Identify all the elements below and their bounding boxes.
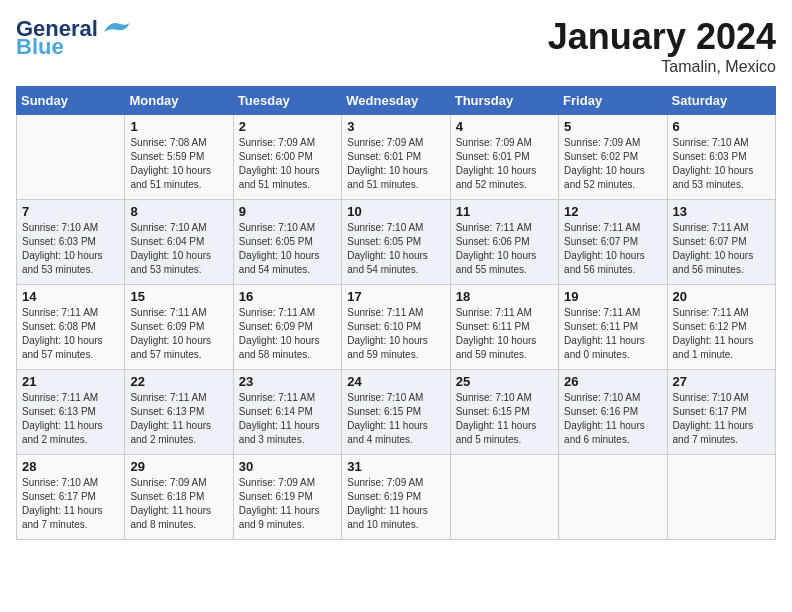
calendar-header-row: SundayMondayTuesdayWednesdayThursdayFrid…	[17, 87, 776, 115]
day-number: 19	[564, 289, 661, 304]
day-number: 23	[239, 374, 336, 389]
header-cell-wednesday: Wednesday	[342, 87, 450, 115]
day-number: 12	[564, 204, 661, 219]
day-info: Sunrise: 7:09 AM Sunset: 6:00 PM Dayligh…	[239, 136, 336, 192]
header-cell-thursday: Thursday	[450, 87, 558, 115]
day-info: Sunrise: 7:09 AM Sunset: 6:01 PM Dayligh…	[347, 136, 444, 192]
day-info: Sunrise: 7:11 AM Sunset: 6:13 PM Dayligh…	[22, 391, 119, 447]
day-info: Sunrise: 7:10 AM Sunset: 6:04 PM Dayligh…	[130, 221, 227, 277]
day-info: Sunrise: 7:10 AM Sunset: 6:03 PM Dayligh…	[673, 136, 770, 192]
calendar-cell: 29Sunrise: 7:09 AM Sunset: 6:18 PM Dayli…	[125, 455, 233, 540]
day-info: Sunrise: 7:11 AM Sunset: 6:07 PM Dayligh…	[564, 221, 661, 277]
day-number: 10	[347, 204, 444, 219]
calendar-week-row: 1Sunrise: 7:08 AM Sunset: 5:59 PM Daylig…	[17, 115, 776, 200]
header-cell-sunday: Sunday	[17, 87, 125, 115]
calendar-cell	[17, 115, 125, 200]
day-number: 2	[239, 119, 336, 134]
day-number: 22	[130, 374, 227, 389]
calendar-cell: 2Sunrise: 7:09 AM Sunset: 6:00 PM Daylig…	[233, 115, 341, 200]
calendar-week-row: 14Sunrise: 7:11 AM Sunset: 6:08 PM Dayli…	[17, 285, 776, 370]
logo: General Blue	[16, 16, 132, 60]
calendar-cell: 7Sunrise: 7:10 AM Sunset: 6:03 PM Daylig…	[17, 200, 125, 285]
day-info: Sunrise: 7:08 AM Sunset: 5:59 PM Dayligh…	[130, 136, 227, 192]
logo-bird-icon	[100, 18, 132, 40]
day-number: 9	[239, 204, 336, 219]
day-number: 3	[347, 119, 444, 134]
day-info: Sunrise: 7:11 AM Sunset: 6:09 PM Dayligh…	[130, 306, 227, 362]
calendar-cell: 17Sunrise: 7:11 AM Sunset: 6:10 PM Dayli…	[342, 285, 450, 370]
day-number: 17	[347, 289, 444, 304]
calendar-cell: 14Sunrise: 7:11 AM Sunset: 6:08 PM Dayli…	[17, 285, 125, 370]
calendar-week-row: 28Sunrise: 7:10 AM Sunset: 6:17 PM Dayli…	[17, 455, 776, 540]
header-cell-monday: Monday	[125, 87, 233, 115]
day-number: 18	[456, 289, 553, 304]
day-number: 21	[22, 374, 119, 389]
day-number: 4	[456, 119, 553, 134]
calendar-cell: 15Sunrise: 7:11 AM Sunset: 6:09 PM Dayli…	[125, 285, 233, 370]
calendar-cell: 11Sunrise: 7:11 AM Sunset: 6:06 PM Dayli…	[450, 200, 558, 285]
day-number: 15	[130, 289, 227, 304]
calendar-cell: 9Sunrise: 7:10 AM Sunset: 6:05 PM Daylig…	[233, 200, 341, 285]
title-area: January 2024 Tamalin, Mexico	[548, 16, 776, 76]
day-info: Sunrise: 7:11 AM Sunset: 6:09 PM Dayligh…	[239, 306, 336, 362]
calendar-cell: 19Sunrise: 7:11 AM Sunset: 6:11 PM Dayli…	[559, 285, 667, 370]
calendar-cell: 18Sunrise: 7:11 AM Sunset: 6:11 PM Dayli…	[450, 285, 558, 370]
day-info: Sunrise: 7:10 AM Sunset: 6:15 PM Dayligh…	[456, 391, 553, 447]
calendar-cell: 21Sunrise: 7:11 AM Sunset: 6:13 PM Dayli…	[17, 370, 125, 455]
calendar-week-row: 7Sunrise: 7:10 AM Sunset: 6:03 PM Daylig…	[17, 200, 776, 285]
calendar-table: SundayMondayTuesdayWednesdayThursdayFrid…	[16, 86, 776, 540]
calendar-cell: 28Sunrise: 7:10 AM Sunset: 6:17 PM Dayli…	[17, 455, 125, 540]
day-info: Sunrise: 7:11 AM Sunset: 6:14 PM Dayligh…	[239, 391, 336, 447]
day-info: Sunrise: 7:10 AM Sunset: 6:03 PM Dayligh…	[22, 221, 119, 277]
calendar-cell: 5Sunrise: 7:09 AM Sunset: 6:02 PM Daylig…	[559, 115, 667, 200]
calendar-cell: 16Sunrise: 7:11 AM Sunset: 6:09 PM Dayli…	[233, 285, 341, 370]
location-title: Tamalin, Mexico	[548, 58, 776, 76]
calendar-cell: 23Sunrise: 7:11 AM Sunset: 6:14 PM Dayli…	[233, 370, 341, 455]
calendar-cell: 6Sunrise: 7:10 AM Sunset: 6:03 PM Daylig…	[667, 115, 775, 200]
day-info: Sunrise: 7:11 AM Sunset: 6:11 PM Dayligh…	[564, 306, 661, 362]
logo-text2: Blue	[16, 34, 64, 60]
calendar-cell: 13Sunrise: 7:11 AM Sunset: 6:07 PM Dayli…	[667, 200, 775, 285]
day-info: Sunrise: 7:11 AM Sunset: 6:12 PM Dayligh…	[673, 306, 770, 362]
day-number: 14	[22, 289, 119, 304]
day-number: 16	[239, 289, 336, 304]
day-number: 13	[673, 204, 770, 219]
day-info: Sunrise: 7:11 AM Sunset: 6:08 PM Dayligh…	[22, 306, 119, 362]
calendar-week-row: 21Sunrise: 7:11 AM Sunset: 6:13 PM Dayli…	[17, 370, 776, 455]
day-info: Sunrise: 7:09 AM Sunset: 6:19 PM Dayligh…	[239, 476, 336, 532]
header-cell-friday: Friday	[559, 87, 667, 115]
calendar-cell: 1Sunrise: 7:08 AM Sunset: 5:59 PM Daylig…	[125, 115, 233, 200]
day-number: 24	[347, 374, 444, 389]
calendar-cell: 22Sunrise: 7:11 AM Sunset: 6:13 PM Dayli…	[125, 370, 233, 455]
month-title: January 2024	[548, 16, 776, 58]
day-number: 20	[673, 289, 770, 304]
calendar-cell: 20Sunrise: 7:11 AM Sunset: 6:12 PM Dayli…	[667, 285, 775, 370]
day-info: Sunrise: 7:09 AM Sunset: 6:18 PM Dayligh…	[130, 476, 227, 532]
calendar-cell	[559, 455, 667, 540]
day-info: Sunrise: 7:10 AM Sunset: 6:17 PM Dayligh…	[673, 391, 770, 447]
calendar-cell: 31Sunrise: 7:09 AM Sunset: 6:19 PM Dayli…	[342, 455, 450, 540]
day-info: Sunrise: 7:10 AM Sunset: 6:17 PM Dayligh…	[22, 476, 119, 532]
calendar-cell	[450, 455, 558, 540]
day-number: 5	[564, 119, 661, 134]
day-number: 25	[456, 374, 553, 389]
day-number: 6	[673, 119, 770, 134]
calendar-cell: 12Sunrise: 7:11 AM Sunset: 6:07 PM Dayli…	[559, 200, 667, 285]
calendar-cell	[667, 455, 775, 540]
day-info: Sunrise: 7:10 AM Sunset: 6:15 PM Dayligh…	[347, 391, 444, 447]
day-number: 1	[130, 119, 227, 134]
day-info: Sunrise: 7:10 AM Sunset: 6:16 PM Dayligh…	[564, 391, 661, 447]
day-number: 8	[130, 204, 227, 219]
day-info: Sunrise: 7:09 AM Sunset: 6:19 PM Dayligh…	[347, 476, 444, 532]
calendar-cell: 8Sunrise: 7:10 AM Sunset: 6:04 PM Daylig…	[125, 200, 233, 285]
calendar-cell: 30Sunrise: 7:09 AM Sunset: 6:19 PM Dayli…	[233, 455, 341, 540]
day-number: 31	[347, 459, 444, 474]
calendar-cell: 10Sunrise: 7:10 AM Sunset: 6:05 PM Dayli…	[342, 200, 450, 285]
day-number: 29	[130, 459, 227, 474]
day-info: Sunrise: 7:11 AM Sunset: 6:06 PM Dayligh…	[456, 221, 553, 277]
calendar-cell: 4Sunrise: 7:09 AM Sunset: 6:01 PM Daylig…	[450, 115, 558, 200]
calendar-body: 1Sunrise: 7:08 AM Sunset: 5:59 PM Daylig…	[17, 115, 776, 540]
day-info: Sunrise: 7:09 AM Sunset: 6:01 PM Dayligh…	[456, 136, 553, 192]
day-number: 28	[22, 459, 119, 474]
calendar-cell: 26Sunrise: 7:10 AM Sunset: 6:16 PM Dayli…	[559, 370, 667, 455]
